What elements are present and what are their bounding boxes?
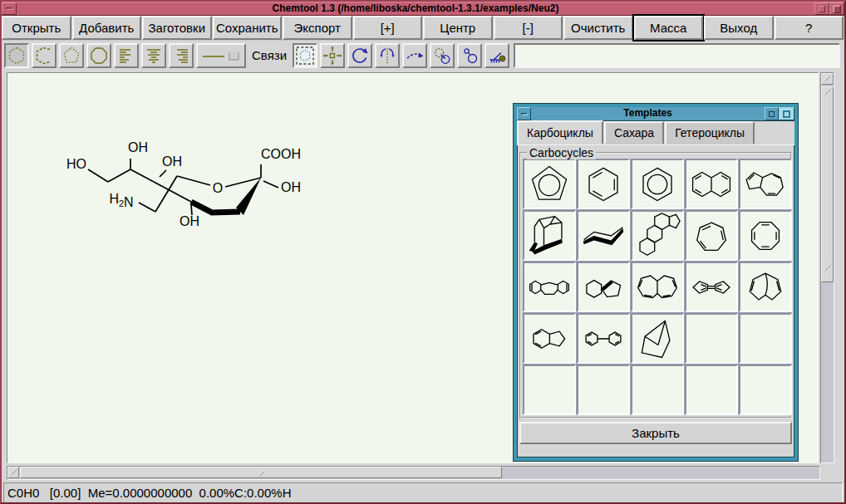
atom-label-OH: OH (281, 180, 301, 194)
menu-item-center[interactable]: Центр (423, 16, 493, 40)
dialog-titlebar[interactable]: Templates (517, 107, 794, 121)
ring-hexagon-open-tool[interactable] (32, 43, 57, 68)
chemtool-window: Chemtool 1.3 (/home/liboska/chemtool-1.3… (0, 0, 846, 504)
template-cell-steroid-fragment[interactable] (631, 210, 684, 261)
minimize-button[interactable] (2, 2, 17, 15)
v-scroll-button[interactable] (821, 73, 834, 85)
template-cell-cyclohexane-chair[interactable] (577, 210, 630, 261)
atom-label-OH: OH (180, 214, 199, 228)
align-right-tool[interactable] (169, 43, 194, 68)
titlebar[interactable]: Chemtool 1.3 (/home/liboska/chemtool-1.3… (2, 2, 844, 16)
template-cell-empty (523, 365, 576, 415)
move-tool[interactable] (320, 43, 345, 68)
carbocycles-frame: Carbocycles (519, 152, 792, 418)
atom-label-OH: OH (162, 154, 182, 169)
template-cell-empty (685, 313, 738, 364)
restore-icon (833, 5, 841, 13)
template-cell-empty (631, 365, 684, 415)
flip-vertical-tool[interactable] (375, 43, 400, 68)
toolbar-entry[interactable] (514, 43, 840, 68)
template-cell-biphenyl[interactable] (577, 313, 630, 364)
ring-octagon-tool[interactable] (86, 43, 111, 68)
h-scroll-thumb[interactable] (20, 467, 502, 478)
tab-carbocycles[interactable]: Карбоциклы (517, 120, 603, 144)
template-cell-azulene[interactable] (739, 159, 792, 209)
select-marquee-tool[interactable] (293, 43, 317, 68)
align-left-tool[interactable] (114, 43, 139, 68)
maximize-icon (819, 6, 825, 12)
dialog-restore-button[interactable] (779, 107, 794, 120)
bonds-label: Связи (248, 48, 290, 62)
template-cell-indacene[interactable] (523, 262, 576, 312)
maximize-button[interactable] (814, 2, 829, 15)
minimize-icon (6, 7, 13, 10)
tab-heterocycles[interactable]: Гетероциклы (665, 121, 755, 144)
template-cell-naphthalene[interactable] (685, 159, 738, 209)
frame-label: Carbocycles (527, 146, 596, 159)
dialog-title: Templates (531, 107, 765, 120)
line-style-selector[interactable] (196, 43, 246, 68)
template-cell-bridged-bicyclic[interactable] (739, 262, 792, 312)
atom-label-HO: HO (66, 157, 86, 171)
ring-pentagon-tool[interactable] (59, 43, 84, 68)
menu-item-mass[interactable]: Масса (634, 16, 704, 40)
template-cell-norbornane[interactable] (631, 313, 684, 364)
template-cell-cycloheptatriene[interactable] (685, 210, 738, 261)
template-cell-empty (685, 365, 738, 415)
menubar: ОткрытьДобавитьЗаготовкиСохранитьЭкспорт… (2, 16, 844, 41)
menu-item-help[interactable]: ? (775, 16, 844, 40)
menu-item-quit[interactable]: Выход (704, 16, 774, 40)
menu-item-save[interactable]: Сохранить (213, 16, 283, 40)
toolbar: Связи (2, 41, 844, 71)
atom-label-OH: OH (128, 140, 148, 154)
flip-horizontal-tool[interactable] (402, 43, 427, 68)
menu-item-templates[interactable]: Заготовки (142, 16, 212, 40)
close-button[interactable]: Закрыть (519, 422, 792, 444)
maximize-icon (769, 111, 775, 117)
template-cell-empty (577, 365, 630, 415)
window-title: Chemtool 1.3 (/home/liboska/chemtool-1.3… (17, 2, 814, 15)
cleanup-tool[interactable] (484, 43, 509, 68)
align-center-tool[interactable] (141, 43, 166, 68)
atom-label-O: O (213, 181, 223, 195)
tab-sugars[interactable]: Сахара (604, 121, 664, 144)
h-scroll-button[interactable] (7, 467, 19, 478)
rotate-tool[interactable] (347, 43, 372, 68)
restore-button[interactable] (829, 2, 844, 15)
dialog-minimize-button[interactable] (517, 107, 531, 120)
menu-item-clear[interactable]: Очистить (563, 16, 633, 40)
dialog-tabs: КарбоциклыСахараГетероциклы (517, 121, 794, 145)
template-cell-benzene-circle[interactable] (631, 159, 684, 209)
templates-dialog: Templates КарбоциклыСахараГетероциклы Ca… (514, 104, 798, 461)
main-area: OHHOOHCOOHOOHH2NOH Templates КарбоциклыС… (2, 71, 844, 482)
template-cell-empty (739, 365, 792, 415)
template-cell-cyclopentadienyl[interactable] (523, 159, 576, 209)
template-cell-adamantane[interactable] (523, 210, 576, 261)
copy-scale-tool[interactable] (430, 43, 455, 68)
template-cell-cyclooctatetraene[interactable] (739, 210, 792, 261)
v-scroll-thumb[interactable] (821, 86, 834, 282)
status-bar: C0H0 [0.00] Me=0.0000000000 0.00%C:0.00%… (3, 482, 843, 503)
menu-item-add[interactable]: Добавить (72, 16, 142, 40)
menu-item-open[interactable]: Открыть (2, 16, 71, 40)
resize-tool[interactable] (457, 43, 482, 68)
minimize-icon (521, 113, 528, 115)
canvas[interactable]: OHHOOHCOOHOOHH2NOH Templates КарбоциклыС… (7, 72, 819, 463)
template-cell-empty (739, 313, 792, 364)
template-cell-benzene-kekule[interactable] (577, 159, 630, 209)
atom-label-COOH: COOH (261, 147, 301, 161)
menu-item-zoom-out[interactable]: [-] (494, 16, 563, 40)
templates-grid (523, 159, 792, 415)
menu-item-export[interactable]: Экспорт (283, 16, 352, 40)
template-cell-indene[interactable] (523, 313, 576, 364)
dialog-maximize-button[interactable] (765, 107, 779, 120)
menu-item-zoom-in[interactable]: [+] (353, 16, 423, 40)
vertical-scrollbar[interactable] (820, 72, 834, 463)
template-cell-heptalene[interactable] (631, 262, 684, 312)
horizontal-scrollbar[interactable] (7, 466, 820, 480)
restore-icon (783, 110, 790, 118)
atom-label-H2N: H2N (109, 192, 133, 209)
ring-hexagon-dotted-tool[interactable] (4, 43, 29, 68)
template-cell-fulvalene[interactable] (685, 262, 738, 312)
template-cell-spiro-ring[interactable] (577, 262, 630, 312)
